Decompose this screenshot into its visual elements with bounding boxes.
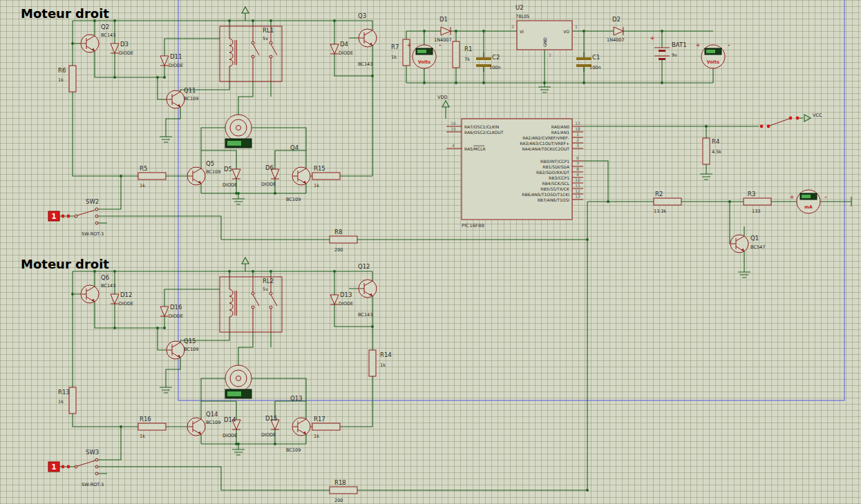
svg-text:RB0/INT/CCP1: RB0/INT/CCP1: [540, 159, 569, 164]
transistor-q2[interactable]: Q2BC143: [81, 23, 115, 52]
svg-text:+: +: [407, 42, 412, 48]
switch-sw2[interactable]: SW2SW-ROT-3: [66, 198, 107, 237]
svg-text:R16: R16: [140, 416, 151, 423]
transistor-q5[interactable]: Q5BC109: [187, 160, 220, 185]
logic-probe-sw2[interactable]: 1: [48, 211, 70, 221]
resistor-r3[interactable]: R3133: [744, 191, 771, 214]
motor-2[interactable]: [225, 365, 252, 398]
svg-text:1k: 1k: [391, 55, 397, 60]
capacitor-c2[interactable]: C2100n: [476, 52, 501, 72]
svg-text:D16: D16: [170, 304, 182, 311]
schematic-canvas: Moteur droit Moteur droit Q2BC143 D3DIOD…: [0, 0, 861, 504]
resistor-r13[interactable]: R131k: [58, 387, 76, 414]
svg-text:7k: 7k: [464, 57, 470, 62]
svg-text:Q15: Q15: [184, 338, 196, 345]
svg-text:-: -: [439, 42, 441, 48]
svg-text:RA7/OSC1/CLKIN: RA7/OSC1/CLKIN: [464, 124, 499, 129]
diode-d14[interactable]: D14DIODE: [223, 415, 240, 438]
diode-d4[interactable]: D4DIODE: [330, 39, 353, 59]
svg-text:DIODE: DIODE: [119, 301, 133, 307]
motor-1[interactable]: [225, 115, 252, 148]
mcu-pic16f88[interactable]: PIC16F88 16RA7/OSC1/CLKIN15RA6/OSC2/CLKO…: [446, 119, 583, 229]
resistor-r5[interactable]: R51k: [138, 165, 166, 188]
mcu-part-label: PIC16F88: [462, 223, 484, 229]
svg-text:SW-ROT-3: SW-ROT-3: [82, 482, 104, 487]
svg-text:RB4/SCK/SCL: RB4/SCK/SCL: [542, 181, 570, 186]
svg-text:R5: R5: [140, 165, 147, 172]
diode-d5[interactable]: D5DIODE: [223, 164, 240, 188]
svg-text:BC109: BC109: [286, 447, 301, 453]
svg-text:4: 4: [452, 143, 455, 148]
switch-sw3[interactable]: SW3SW-ROT-3: [66, 449, 107, 487]
svg-text:133: 133: [752, 209, 760, 214]
diode-d15[interactable]: D15DIODE: [261, 415, 279, 438]
resistor-r14[interactable]: R141k: [369, 350, 392, 376]
battery-bat1[interactable]: BAT19v+: [650, 35, 687, 65]
diode-d1[interactable]: D11N4007: [434, 16, 455, 43]
svg-text:78L05: 78L05: [515, 14, 529, 19]
switch-arm: [770, 119, 789, 126]
resistor-r6[interactable]: R61k: [58, 66, 76, 92]
svg-text:1: 1: [576, 132, 579, 137]
diode-d2[interactable]: D21N4007: [607, 16, 628, 43]
svg-text:1: 1: [575, 24, 578, 29]
diode-d13[interactable]: D13DIODE: [330, 290, 353, 309]
svg-text:1k: 1k: [140, 434, 145, 439]
svg-text:DIODE: DIODE: [261, 182, 276, 187]
svg-text:1k: 1k: [140, 183, 145, 188]
svg-text:2: 2: [549, 52, 551, 57]
svg-text:RL1: RL1: [263, 27, 274, 34]
transistor-q15[interactable]: Q15BC109: [167, 338, 198, 359]
diode-d11[interactable]: D11DIODE: [160, 51, 183, 70]
svg-text:DIODE: DIODE: [119, 50, 133, 56]
resistor-r17[interactable]: R171k: [312, 416, 340, 439]
svg-text:BC109: BC109: [206, 169, 220, 175]
svg-text:Q1: Q1: [750, 235, 759, 242]
svg-text:RB3/CCP1: RB3/CCP1: [549, 175, 569, 180]
logic-probe-sw3[interactable]: 1: [48, 462, 70, 472]
vcc-terminal: VCC: [804, 113, 822, 122]
svg-text:7: 7: [576, 161, 579, 166]
resistor-r2[interactable]: R213.3k: [654, 191, 681, 214]
switch-vcc[interactable]: [760, 117, 800, 128]
svg-text:D13: D13: [340, 291, 352, 298]
resistor-r15[interactable]: R151k: [312, 165, 340, 188]
svg-text:Volts: Volts: [707, 59, 719, 65]
transistor-q11[interactable]: Q11BC109: [167, 87, 198, 108]
svg-text:10: 10: [575, 177, 580, 182]
svg-text:200: 200: [334, 498, 343, 503]
resistor-r1[interactable]: R17k: [453, 41, 472, 68]
diode-d12[interactable]: D12DIODE: [111, 289, 133, 309]
resistor-r8[interactable]: R8200: [330, 229, 357, 253]
svg-text:D3: D3: [120, 41, 129, 48]
title-bottom: Moteur droit: [21, 257, 109, 271]
regulator-u2[interactable]: U2 78L05 VI VO GND 3 1 2: [511, 4, 578, 57]
svg-text:D1: D1: [439, 16, 448, 23]
capacitor-c1[interactable]: C1100n: [576, 52, 601, 72]
transistor-q14[interactable]: Q14BC109: [187, 411, 220, 436]
relay-rl2[interactable]: RL25v: [220, 277, 282, 332]
resistor-r4[interactable]: R44.5k: [703, 138, 721, 164]
svg-text:C2: C2: [492, 54, 500, 61]
svg-text:RB2/SDO/RX/DT: RB2/SDO/RX/DT: [536, 170, 569, 175]
diode-d16[interactable]: D16DIODE: [160, 302, 183, 321]
voltmeter-2[interactable]: Volts+-: [696, 42, 730, 68]
diode-d6[interactable]: D6DIODE: [261, 164, 279, 187]
svg-text:Q13: Q13: [290, 395, 303, 402]
svg-text:Q14: Q14: [206, 411, 218, 418]
resistor-r16[interactable]: R161k: [138, 416, 166, 439]
transistor-q1[interactable]: Q1BC547: [730, 235, 765, 253]
svg-text:Q3: Q3: [358, 12, 366, 19]
svg-text:Q12: Q12: [358, 263, 370, 270]
svg-text:1k: 1k: [58, 399, 64, 405]
voltmeter-1[interactable]: Volts+-: [407, 42, 442, 68]
resistor-r18[interactable]: R18200: [330, 479, 357, 503]
svg-text:VO: VO: [563, 29, 569, 34]
diode-d3[interactable]: D3DIODE: [111, 39, 133, 58]
svg-text:+: +: [650, 35, 655, 41]
relay-rl1[interactable]: RL15v: [220, 26, 282, 81]
svg-text:R18: R18: [334, 479, 346, 486]
transistor-q6[interactable]: Q6BC143: [81, 274, 115, 303]
svg-text:RB1/SDI/SDA: RB1/SDI/SDA: [542, 164, 570, 169]
svg-text:RB6/AN5/T1OSO/T1CKI: RB6/AN5/T1OSO/T1CKI: [522, 192, 569, 197]
